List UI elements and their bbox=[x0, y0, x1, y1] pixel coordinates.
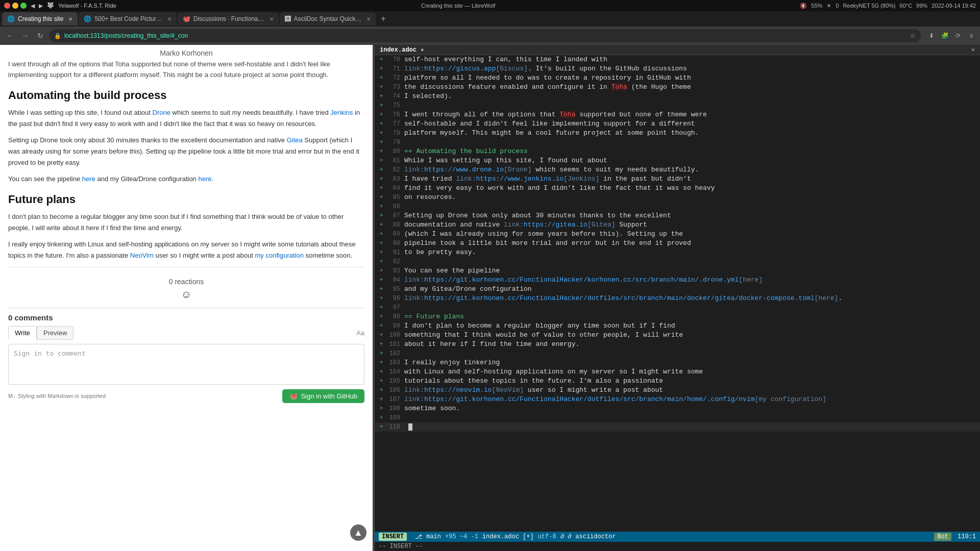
back-to-top-button[interactable]: ▲ bbox=[350, 524, 366, 541]
vim-gutter-71[interactable]: + bbox=[377, 64, 386, 73]
vim-gutter-92[interactable]: + bbox=[377, 257, 386, 266]
vim-gutter-95[interactable]: + bbox=[377, 285, 386, 294]
vim-linenum-87: 87 bbox=[386, 211, 404, 220]
vim-gutter-101[interactable]: + bbox=[377, 340, 386, 349]
vim-gutter-91[interactable]: + bbox=[377, 248, 386, 257]
vim-gutter-84[interactable]: + bbox=[377, 184, 386, 193]
vim-text-94: link:https://git.korhonen.cc/FunctionalH… bbox=[404, 276, 978, 285]
menu-icon[interactable]: ≡ bbox=[966, 30, 977, 41]
tab-creating-this-site[interactable]: 🌐 Creating this site ✕ bbox=[2, 12, 78, 26]
vim-gutter-75[interactable]: + bbox=[377, 101, 386, 110]
jenkins-link[interactable]: Jenkins bbox=[330, 109, 353, 116]
vim-gutter-74[interactable]: + bbox=[377, 92, 386, 101]
drone-link[interactable]: Drone bbox=[153, 109, 170, 116]
vim-line-90: +90pipeline took a little bit more trial… bbox=[375, 239, 980, 248]
pipeline-here-link[interactable]: here bbox=[82, 175, 95, 183]
vim-gutter-70[interactable]: + bbox=[377, 55, 386, 64]
vim-line-108: +108sometime soon. bbox=[375, 404, 980, 413]
section1-p2: Setting up Drone took only about 30 minu… bbox=[8, 135, 364, 168]
myconfig-link[interactable]: my configuration bbox=[255, 252, 304, 259]
vim-gutter-102[interactable]: + bbox=[377, 349, 386, 358]
url-bar[interactable]: 🔒 localhost:1313/posts/creating_this_sit… bbox=[49, 29, 921, 42]
vim-gutter-104[interactable]: + bbox=[377, 367, 386, 377]
gitea-link[interactable]: Gitea bbox=[287, 136, 303, 144]
vim-line-97: +97 bbox=[375, 303, 980, 312]
tab-discussions[interactable]: 🐙 Discussions · Functiona… ✕ bbox=[178, 12, 279, 26]
vim-text-84: find it very easy to work with and I did… bbox=[404, 184, 978, 193]
refresh-button[interactable]: ↻ bbox=[34, 29, 47, 42]
vim-gutter-77[interactable]: + bbox=[377, 119, 386, 129]
vim-gutter-72[interactable]: + bbox=[377, 73, 386, 83]
vim-close-button[interactable]: ✕ bbox=[971, 46, 975, 54]
vim-gutter-105[interactable]: + bbox=[377, 377, 386, 386]
tab-asciidoc[interactable]: 🅰 AsciiDoc Syntax Quick… ✕ bbox=[280, 12, 376, 26]
vim-gutter-109[interactable]: + bbox=[377, 413, 386, 422]
vim-linenum-99: 99 bbox=[386, 321, 404, 331]
vim-text-79 bbox=[404, 138, 978, 147]
vim-gutter-76[interactable]: + bbox=[377, 110, 386, 119]
vim-text-93: You can see the pipeline bbox=[404, 266, 978, 276]
vim-gutter-87[interactable]: + bbox=[377, 211, 386, 220]
vim-gutter-93[interactable]: + bbox=[377, 266, 386, 276]
vim-gutter-94[interactable]: + bbox=[377, 276, 386, 285]
vim-linenum-75: 75 bbox=[386, 101, 404, 110]
vim-gutter-78[interactable]: + bbox=[377, 129, 386, 138]
vim-text-107: link:https://git.korhonen.cc/FunctionalH… bbox=[404, 395, 978, 404]
volume-icon[interactable]: 🔇 bbox=[800, 3, 807, 9]
vim-gutter-97[interactable]: + bbox=[377, 303, 386, 312]
star-icon[interactable]: ☆ bbox=[910, 32, 916, 39]
config-here-link[interactable]: here bbox=[198, 175, 211, 183]
comment-input[interactable]: Sign in to comment bbox=[8, 344, 364, 385]
vim-gutter-106[interactable]: + bbox=[377, 386, 386, 395]
vim-gutter-110[interactable]: + bbox=[377, 422, 386, 432]
tab-close-4[interactable]: ✕ bbox=[366, 16, 371, 22]
forward-nav-icon[interactable]: ▶ bbox=[39, 3, 43, 9]
vim-text-89: (which I was already using for some year… bbox=[404, 230, 978, 239]
vim-gutter-90[interactable]: + bbox=[377, 239, 386, 248]
write-tab[interactable]: Write bbox=[8, 326, 37, 340]
vim-gutter-79[interactable]: + bbox=[377, 138, 386, 147]
vim-linenum-71: 71 bbox=[386, 64, 404, 73]
sync-icon[interactable]: ⟳ bbox=[952, 30, 964, 41]
vim-gutter-100[interactable]: + bbox=[377, 331, 386, 340]
vim-gutter-81[interactable]: + bbox=[377, 156, 386, 165]
yelawolf-tab[interactable]: Yelawolf - F.A.S.T. Ride bbox=[58, 3, 116, 9]
vim-gutter-86[interactable]: + bbox=[377, 202, 386, 211]
forward-button[interactable]: → bbox=[18, 29, 32, 42]
back-button[interactable]: ← bbox=[3, 29, 16, 42]
vim-gutter-89[interactable]: + bbox=[377, 230, 386, 239]
window-controls[interactable] bbox=[4, 3, 27, 9]
vim-line-71: +71link:https://giscus.app[Giscus]. It's… bbox=[375, 64, 980, 73]
vim-gutter-88[interactable]: + bbox=[377, 220, 386, 230]
tab-close-3[interactable]: ✕ bbox=[270, 16, 274, 22]
tab-best-code[interactable]: 🌐 500+ Best Code Pictur… ✕ bbox=[79, 12, 176, 26]
vim-text-104: with Linux and self-hosting applications… bbox=[404, 367, 978, 377]
back-nav-icon[interactable]: ◀ bbox=[31, 3, 35, 9]
vim-branch-icon: ⎇ bbox=[415, 533, 422, 541]
vim-linenum-85: 85 bbox=[386, 193, 404, 202]
new-tab-button[interactable]: + bbox=[377, 14, 389, 23]
vim-gutter-107[interactable]: + bbox=[377, 395, 386, 404]
vim-gutter-85[interactable]: + bbox=[377, 193, 386, 202]
window-title: Creating this site — LibreWolf bbox=[120, 3, 796, 9]
vim-gutter-108[interactable]: + bbox=[377, 404, 386, 413]
extensions-icon[interactable]: 🧩 bbox=[939, 30, 950, 41]
vim-gutter-80[interactable]: + bbox=[377, 147, 386, 156]
vim-gutter-82[interactable]: + bbox=[377, 165, 386, 174]
download-icon[interactable]: ⬇ bbox=[926, 30, 937, 41]
preview-tab[interactable]: Preview bbox=[37, 326, 74, 340]
text-size-toggle[interactable]: Aa bbox=[356, 329, 364, 337]
tab-close-2[interactable]: ✕ bbox=[167, 16, 172, 22]
vim-gutter-103[interactable]: + bbox=[377, 358, 386, 367]
vim-line-109: +109 bbox=[375, 413, 980, 422]
vim-gutter-98[interactable]: + bbox=[377, 312, 386, 321]
vim-text-110 bbox=[404, 422, 978, 432]
vim-gutter-99[interactable]: + bbox=[377, 321, 386, 331]
tab-close-button[interactable]: ✕ bbox=[68, 16, 72, 22]
sign-in-button[interactable]: 🐙 Sign in with GitHub bbox=[282, 389, 364, 403]
reactions-emoji[interactable]: ☺ bbox=[8, 289, 364, 300]
neovim-link[interactable]: NeoVim bbox=[130, 252, 154, 259]
vim-gutter-73[interactable]: + bbox=[377, 83, 386, 92]
vim-gutter-96[interactable]: + bbox=[377, 294, 386, 303]
vim-gutter-83[interactable]: + bbox=[377, 174, 386, 184]
